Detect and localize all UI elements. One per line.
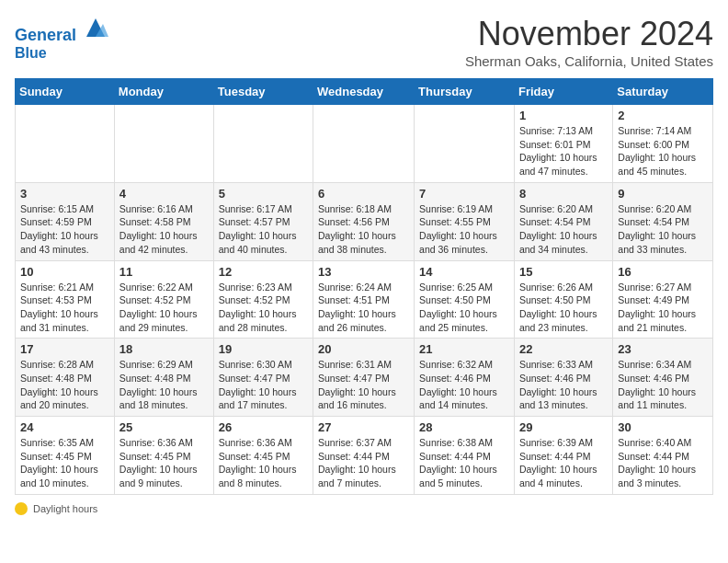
- calendar-cell: 23Sunrise: 6:34 AM Sunset: 4:46 PM Dayli…: [613, 339, 713, 417]
- calendar-cell: 27Sunrise: 6:37 AM Sunset: 4:44 PM Dayli…: [313, 417, 415, 495]
- logo-blue: Blue: [15, 45, 108, 62]
- day-header-tuesday: Tuesday: [213, 79, 313, 105]
- calendar-cell: 9Sunrise: 6:20 AM Sunset: 4:54 PM Daylig…: [613, 182, 713, 260]
- day-info: Sunrise: 7:13 AM Sunset: 6:01 PM Dayligh…: [519, 124, 608, 178]
- day-number: 1: [519, 109, 608, 122]
- day-info: Sunrise: 6:37 AM Sunset: 4:44 PM Dayligh…: [318, 436, 409, 490]
- day-number: 10: [20, 265, 109, 279]
- calendar-cell: 12Sunrise: 6:23 AM Sunset: 4:52 PM Dayli…: [213, 260, 313, 339]
- day-number: 7: [419, 187, 509, 201]
- calendar-cell: 26Sunrise: 6:36 AM Sunset: 4:45 PM Dayli…: [213, 417, 313, 495]
- daylight-label: Daylight hours: [33, 503, 97, 514]
- day-info: Sunrise: 6:36 AM Sunset: 4:45 PM Dayligh…: [119, 436, 209, 490]
- day-info: Sunrise: 6:22 AM Sunset: 4:52 PM Dayligh…: [119, 281, 209, 335]
- day-info: Sunrise: 6:38 AM Sunset: 4:44 PM Dayligh…: [419, 436, 509, 490]
- title-area: November 2024 Sherman Oaks, California, …: [465, 15, 713, 69]
- day-info: Sunrise: 6:24 AM Sunset: 4:51 PM Dayligh…: [318, 281, 409, 335]
- calendar-cell: 6Sunrise: 6:18 AM Sunset: 4:56 PM Daylig…: [313, 182, 415, 260]
- day-number: 2: [618, 109, 708, 122]
- calendar-header-row: SundayMondayTuesdayWednesdayThursdayFrid…: [16, 79, 713, 105]
- day-number: 17: [20, 342, 109, 356]
- day-number: 27: [318, 420, 409, 434]
- calendar-cell: [313, 105, 415, 183]
- day-info: Sunrise: 6:23 AM Sunset: 4:52 PM Dayligh…: [219, 281, 308, 335]
- calendar-cell: [415, 105, 515, 183]
- calendar-cell: 25Sunrise: 6:36 AM Sunset: 4:45 PM Dayli…: [114, 417, 213, 495]
- day-header-monday: Monday: [114, 79, 213, 105]
- day-info: Sunrise: 6:17 AM Sunset: 4:57 PM Dayligh…: [219, 202, 308, 257]
- calendar-cell: 21Sunrise: 6:32 AM Sunset: 4:46 PM Dayli…: [415, 339, 515, 417]
- day-number: 4: [119, 187, 209, 201]
- day-info: Sunrise: 6:29 AM Sunset: 4:48 PM Dayligh…: [119, 358, 209, 412]
- month-title: November 2024: [465, 15, 713, 53]
- day-info: Sunrise: 7:14 AM Sunset: 6:00 PM Dayligh…: [618, 124, 708, 178]
- day-info: Sunrise: 6:26 AM Sunset: 4:50 PM Dayligh…: [519, 281, 608, 335]
- calendar-cell: 2Sunrise: 7:14 AM Sunset: 6:00 PM Daylig…: [613, 105, 713, 183]
- day-number: 26: [219, 420, 308, 434]
- day-info: Sunrise: 6:18 AM Sunset: 4:56 PM Dayligh…: [318, 202, 409, 257]
- day-number: 11: [119, 265, 209, 279]
- day-number: 20: [318, 342, 409, 356]
- calendar-cell: 10Sunrise: 6:21 AM Sunset: 4:53 PM Dayli…: [16, 260, 115, 339]
- calendar-cell: [16, 105, 115, 183]
- day-info: Sunrise: 6:35 AM Sunset: 4:45 PM Dayligh…: [20, 436, 109, 490]
- calendar-cell: [213, 105, 313, 183]
- day-number: 24: [20, 420, 109, 434]
- day-info: Sunrise: 6:16 AM Sunset: 4:58 PM Dayligh…: [119, 202, 209, 257]
- day-number: 13: [318, 265, 409, 279]
- logo-general: General: [15, 26, 76, 44]
- day-info: Sunrise: 6:36 AM Sunset: 4:45 PM Dayligh…: [219, 436, 308, 490]
- day-header-sunday: Sunday: [16, 79, 115, 105]
- day-header-saturday: Saturday: [613, 79, 713, 105]
- calendar-week-1: 1Sunrise: 7:13 AM Sunset: 6:01 PM Daylig…: [16, 105, 713, 183]
- day-info: Sunrise: 6:33 AM Sunset: 4:46 PM Dayligh…: [519, 358, 608, 412]
- day-number: 28: [419, 420, 509, 434]
- day-info: Sunrise: 6:32 AM Sunset: 4:46 PM Dayligh…: [419, 358, 509, 412]
- calendar-cell: 11Sunrise: 6:22 AM Sunset: 4:52 PM Dayli…: [114, 260, 213, 339]
- calendar-cell: 13Sunrise: 6:24 AM Sunset: 4:51 PM Dayli…: [313, 260, 415, 339]
- calendar-cell: 15Sunrise: 6:26 AM Sunset: 4:50 PM Dayli…: [514, 260, 612, 339]
- day-number: 3: [20, 187, 109, 201]
- day-number: 21: [419, 342, 509, 356]
- day-info: Sunrise: 6:31 AM Sunset: 4:47 PM Dayligh…: [318, 358, 409, 412]
- day-number: 29: [519, 420, 608, 434]
- calendar-cell: 14Sunrise: 6:25 AM Sunset: 4:50 PM Dayli…: [415, 260, 515, 339]
- day-number: 5: [219, 187, 308, 201]
- day-header-friday: Friday: [514, 79, 612, 105]
- calendar-cell: 4Sunrise: 6:16 AM Sunset: 4:58 PM Daylig…: [114, 182, 213, 260]
- calendar-cell: 1Sunrise: 7:13 AM Sunset: 6:01 PM Daylig…: [514, 105, 612, 183]
- calendar-cell: 29Sunrise: 6:39 AM Sunset: 4:44 PM Dayli…: [514, 417, 612, 495]
- calendar-cell: 22Sunrise: 6:33 AM Sunset: 4:46 PM Dayli…: [514, 339, 612, 417]
- calendar-cell: 24Sunrise: 6:35 AM Sunset: 4:45 PM Dayli…: [16, 417, 115, 495]
- calendar-week-4: 17Sunrise: 6:28 AM Sunset: 4:48 PM Dayli…: [16, 339, 713, 417]
- calendar-cell: 20Sunrise: 6:31 AM Sunset: 4:47 PM Dayli…: [313, 339, 415, 417]
- day-header-wednesday: Wednesday: [313, 79, 415, 105]
- day-number: 16: [618, 265, 708, 279]
- day-number: 8: [519, 187, 608, 201]
- logo-text: General: [15, 15, 108, 45]
- day-info: Sunrise: 6:30 AM Sunset: 4:47 PM Dayligh…: [219, 358, 308, 412]
- day-info: Sunrise: 6:25 AM Sunset: 4:50 PM Dayligh…: [419, 281, 509, 335]
- calendar-table: SundayMondayTuesdayWednesdayThursdayFrid…: [15, 78, 713, 495]
- calendar-cell: 28Sunrise: 6:38 AM Sunset: 4:44 PM Dayli…: [415, 417, 515, 495]
- page-header: General Blue November 2024 Sherman Oaks,…: [15, 15, 713, 69]
- footer-note: Daylight hours: [15, 502, 713, 515]
- calendar-cell: 3Sunrise: 6:15 AM Sunset: 4:59 PM Daylig…: [16, 182, 115, 260]
- calendar-cell: 18Sunrise: 6:29 AM Sunset: 4:48 PM Dayli…: [114, 339, 213, 417]
- day-info: Sunrise: 6:15 AM Sunset: 4:59 PM Dayligh…: [20, 202, 109, 257]
- calendar-cell: 16Sunrise: 6:27 AM Sunset: 4:49 PM Dayli…: [613, 260, 713, 339]
- day-info: Sunrise: 6:20 AM Sunset: 4:54 PM Dayligh…: [618, 202, 708, 257]
- logo-icon: [83, 15, 108, 40]
- day-number: 25: [119, 420, 209, 434]
- sun-icon: [15, 502, 28, 515]
- day-info: Sunrise: 6:34 AM Sunset: 4:46 PM Dayligh…: [618, 358, 708, 412]
- calendar-cell: 5Sunrise: 6:17 AM Sunset: 4:57 PM Daylig…: [213, 182, 313, 260]
- calendar-cell: [114, 105, 213, 183]
- day-number: 18: [119, 342, 209, 356]
- day-header-thursday: Thursday: [415, 79, 515, 105]
- day-info: Sunrise: 6:21 AM Sunset: 4:53 PM Dayligh…: [20, 281, 109, 335]
- day-number: 22: [519, 342, 608, 356]
- day-number: 23: [618, 342, 708, 356]
- day-number: 14: [419, 265, 509, 279]
- day-info: Sunrise: 6:20 AM Sunset: 4:54 PM Dayligh…: [519, 202, 608, 257]
